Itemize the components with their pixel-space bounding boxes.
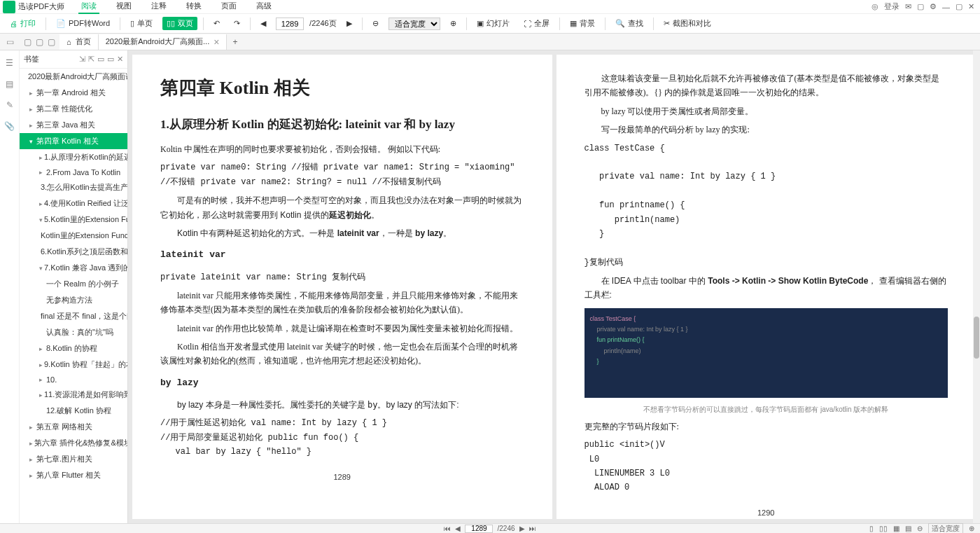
sort-icon[interactable]: ▭ — [97, 55, 104, 64]
outline-item[interactable]: ▸4.使用Kotlin Reified 让泛型... — [20, 195, 127, 212]
outline-item[interactable]: ▸第二章 性能优化 — [20, 101, 127, 117]
outline-label: 第一章 Android 相关 — [36, 88, 106, 98]
outline-item[interactable]: ▸10. — [20, 373, 127, 387]
view-mode-icon[interactable]: ▤ — [905, 525, 911, 532]
menu-tab-3[interactable]: 转换 — [183, 0, 204, 14]
outline-item[interactable]: ▸第六章 插件化&热修复&模块化... — [20, 435, 127, 451]
fullscreen-button[interactable]: ⛶全屏 — [519, 17, 554, 30]
outline-item[interactable]: Kotlin里的Extension Functi... — [20, 228, 127, 244]
next-page-button[interactable]: ▶ — [342, 18, 356, 29]
outline-item[interactable]: ▸9.Kotlin 协程「挂起」的本质 — [20, 357, 127, 373]
print-button[interactable]: 🖨打印 — [6, 17, 40, 30]
single-page-button[interactable]: ▯单页 — [126, 17, 157, 30]
tool-icon[interactable]: ▢ — [24, 37, 31, 47]
sort-icon[interactable]: ▭ — [107, 55, 114, 64]
sidebar: 书签 ⇲ ⇱ ▭ ▭ ✕ 2020最新Android大厂高频面试...▸第一章 … — [20, 50, 128, 523]
outline-item[interactable]: 12.破解 Kotlin 协程 — [20, 403, 127, 419]
add-tab-button[interactable]: + — [227, 37, 243, 47]
outline-item[interactable]: ▾5.Kotlin里的Extension Functi... — [20, 212, 127, 228]
outline-item[interactable]: 6.Kotlin系列之顶层函数和属性 — [20, 244, 127, 260]
close-tab-icon[interactable]: × — [214, 36, 219, 48]
tool-icon[interactable]: ▢ — [48, 37, 55, 47]
menu-tab-4[interactable]: 页面 — [218, 0, 239, 14]
separator — [559, 18, 560, 30]
zoom-in-button[interactable]: ⊕ — [969, 525, 974, 532]
expand-icon[interactable]: ⇲ — [79, 55, 85, 64]
collapse-icon[interactable]: ⇱ — [88, 55, 94, 64]
outline-item[interactable]: ▸2.From Java To Kotlin — [20, 165, 127, 179]
outline-item[interactable]: ▸8.Kotlin 的协程 — [20, 340, 127, 357]
screenshot-button[interactable]: ✂截图和对比 — [659, 17, 715, 30]
login-link[interactable]: 登录 — [884, 1, 899, 12]
menu-tab-5[interactable]: 高级 — [253, 0, 274, 14]
double-page-button[interactable]: ▯▯双页 — [162, 17, 197, 30]
outline-item[interactable]: ▾7.Kotlin 兼容 Java 遇到的最... — [20, 260, 127, 276]
outline-item[interactable]: ▸1.从原理分析Kotlin的延迟初... — [20, 149, 127, 165]
outline-item[interactable]: ▸第一章 Android 相关 — [20, 85, 127, 101]
comments-icon[interactable]: ✎ — [4, 99, 15, 111]
outline-label: 无参构造方法 — [46, 295, 92, 305]
bottom-fit[interactable]: 适合宽度 — [928, 523, 963, 534]
outline-item[interactable]: ▸第七章.图片相关 — [20, 451, 127, 467]
phone-icon[interactable]: ▢ — [917, 2, 924, 11]
view-mode-icon[interactable]: ▯▯ — [879, 525, 888, 532]
outline-item[interactable]: 3.怎么用Kotlin去提高生产力... — [20, 179, 127, 195]
pages-icon[interactable]: ▤ — [4, 78, 15, 90]
maximize-icon[interactable]: ▢ — [955, 2, 962, 11]
page-input[interactable] — [276, 18, 304, 30]
slides-button[interactable]: ▣幻灯片 — [472, 17, 514, 30]
attachments-icon[interactable]: 📎 — [4, 120, 15, 132]
tab-icon[interactable]: ▭ — [6, 37, 14, 47]
outline-item[interactable]: ▸11.资源混淆是如何影响到Kotl... — [20, 387, 127, 403]
prev-page-button[interactable]: ◀ — [256, 18, 270, 29]
find-button[interactable]: 🔍查找 — [611, 17, 648, 30]
rotate-right-button[interactable]: ↷ — [230, 18, 244, 29]
zoom-out-button[interactable]: ⊖ — [917, 525, 923, 532]
outline-item[interactable]: 2020最新Android大厂高频面试... — [20, 69, 127, 85]
menu-tab-1[interactable]: 视图 — [113, 0, 134, 14]
zoom-in-button[interactable]: ⊕ — [446, 18, 461, 29]
close-icon[interactable]: ✕ — [968, 2, 974, 11]
outline-label: 第二章 性能优化 — [36, 104, 92, 114]
gear-icon[interactable]: ⚙ — [930, 2, 937, 11]
outline-item[interactable]: ▸第八章 Flutter 相关 — [20, 467, 127, 483]
menu-tab-0[interactable]: 阅读 — [78, 0, 99, 14]
outline-label: 第六章 插件化&热修复&模块化... — [34, 438, 127, 448]
outline-item[interactable]: 认真脸：真的"坑"吗 — [20, 324, 127, 340]
outline-item[interactable]: ▸第五章 网络相关 — [20, 419, 127, 435]
zoom-out-button[interactable]: ⊖ — [368, 18, 383, 29]
home-tab[interactable]: ⌂ 首页 — [59, 34, 99, 50]
outline-item[interactable]: ▸第三章 Java 相关 — [20, 117, 127, 133]
outline-label: 8.Kotlin 的协程 — [46, 343, 97, 354]
caret-icon: ▸ — [29, 90, 35, 97]
pdf-to-word-button[interactable]: 📄PDF转Word — [52, 17, 114, 30]
outline-item[interactable]: 无参构造方法 — [20, 292, 127, 308]
scrollbar[interactable] — [973, 50, 980, 523]
rotate-left-button[interactable]: ↶ — [209, 18, 224, 29]
prev-page-button[interactable]: ◀ — [455, 525, 461, 532]
scroll-thumb[interactable] — [974, 317, 979, 359]
first-page-button[interactable]: ⏮ — [444, 525, 451, 532]
background-button[interactable]: ▦背景 — [566, 17, 599, 30]
outline-item[interactable]: ▾第四章 Kotlin 相关 — [20, 133, 127, 149]
next-page-button[interactable]: ▶ — [519, 525, 525, 532]
outline-item[interactable]: 一个 Realm 的小例子 — [20, 276, 127, 292]
view-mode-icon[interactable]: ▯ — [869, 525, 874, 532]
fit-select[interactable]: 适合宽度 — [388, 18, 440, 30]
separator — [203, 18, 204, 30]
document-tab[interactable]: 2020最新Android大厂高频面... × — [99, 34, 227, 50]
menu-tab-2[interactable]: 注释 — [148, 0, 169, 14]
last-page-button[interactable]: ⏭ — [529, 525, 536, 532]
close-sidebar-icon[interactable]: ✕ — [117, 55, 123, 64]
outline-label: Kotlin里的Extension Functi... — [41, 230, 127, 241]
user-icon[interactable]: ◎ — [872, 2, 878, 11]
minimize-icon[interactable]: — — [942, 3, 950, 11]
bookmarks-icon[interactable]: ☰ — [4, 57, 15, 69]
msg-icon[interactable]: ✉ — [905, 2, 911, 11]
outline-label: final 还是不 final，这是个问... — [41, 311, 127, 321]
view-mode-icon[interactable]: ▦ — [893, 525, 899, 532]
bottom-page-input[interactable] — [465, 525, 493, 533]
tool-icon[interactable]: ▢ — [36, 37, 43, 47]
page-number: 1289 — [160, 471, 524, 484]
outline-item[interactable]: final 还是不 final，这是个问... — [20, 308, 127, 324]
